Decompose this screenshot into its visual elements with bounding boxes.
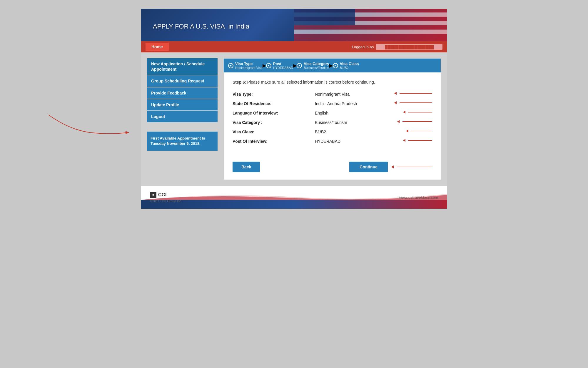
step-text-visa-type: Visa Type Nonimmigrant Visa bbox=[235, 62, 263, 69]
page-wrapper: APPLY FOR A U.S. VISA in India Home Logg… bbox=[141, 9, 447, 209]
home-button[interactable]: Home bbox=[146, 43, 169, 51]
annotation-state bbox=[394, 101, 432, 104]
svg-marker-0 bbox=[126, 131, 129, 134]
sidebar-item-label-update-profile: Update Profile bbox=[151, 102, 179, 107]
sidebar-item-new-application[interactable]: New Application / Schedule Appointment bbox=[147, 58, 218, 75]
form-body: Step 6: Please make sure all selected in… bbox=[224, 72, 441, 156]
field-row-visa-category: Visa Category : Business/Tourism bbox=[233, 120, 432, 125]
logged-in-label: Logged in as bbox=[352, 45, 374, 49]
step-visa-category: Visa Category Business/Tourism bbox=[297, 62, 329, 69]
step-arrow-2: ▶ bbox=[293, 63, 297, 68]
arrow-line-visa-category bbox=[402, 121, 432, 122]
field-value-language: English bbox=[315, 111, 403, 115]
sidebar: New Application / Schedule Appointment G… bbox=[147, 58, 218, 180]
step-arrow-1: ▶ bbox=[263, 63, 266, 68]
step-arrow-3: ▶ bbox=[329, 63, 333, 68]
field-label-visa-type: Visa Type: bbox=[233, 92, 315, 97]
step-number: Step 6 bbox=[233, 80, 245, 84]
arrow-head-visa-category bbox=[397, 120, 400, 123]
cgi-label: CGI bbox=[158, 192, 166, 198]
field-label-visa-class: Visa Class: bbox=[233, 130, 315, 134]
annotation-language bbox=[403, 111, 432, 114]
curved-annotation-arrow bbox=[46, 112, 134, 135]
appointment-box-text: First Available Appointment Is Tuesday N… bbox=[151, 136, 205, 146]
step-title-visa-category: Visa Category bbox=[304, 62, 329, 66]
field-label-post: Post Of Interview: bbox=[233, 139, 315, 144]
site-title-country: in India bbox=[228, 23, 249, 30]
appointment-box: First Available Appointment Is Tuesday N… bbox=[147, 132, 218, 150]
step-title-visa-type: Visa Type bbox=[235, 62, 263, 66]
field-label-visa-category: Visa Category : bbox=[233, 120, 315, 125]
sidebar-item-label-group-scheduling: Group Scheduling Request bbox=[151, 79, 204, 83]
header-banner: APPLY FOR A U.S. VISA in India bbox=[141, 9, 447, 41]
nav-bar: Home Logged in as ██████████████████ bbox=[141, 41, 447, 52]
arrow-head-visa-class bbox=[406, 130, 408, 132]
field-value-post: HYDERABAD bbox=[315, 139, 403, 144]
field-value-visa-type: Nonimmigrant Visa bbox=[315, 92, 394, 97]
sidebar-item-group-scheduling[interactable]: Group Scheduling Request bbox=[147, 75, 218, 87]
sidebar-item-logout[interactable]: Logout bbox=[147, 111, 218, 122]
main-panel: Visa Type Nonimmigrant Visa ▶ Post HYDER… bbox=[223, 58, 441, 180]
step-circle-visa-type bbox=[228, 63, 233, 68]
step-circle-post bbox=[266, 63, 271, 68]
step-text-post: Post HYDERABAD bbox=[273, 62, 293, 69]
arrow-head-post bbox=[403, 139, 405, 142]
field-value-visa-category: Business/Tourism bbox=[315, 120, 397, 125]
field-value-visa-class: B1/B2 bbox=[315, 130, 406, 134]
annotation-visa-type bbox=[394, 92, 432, 95]
step-circle-visa-class bbox=[333, 63, 338, 68]
step-instruction-text: : Please make sure all selected informat… bbox=[245, 80, 375, 84]
step-subtitle-visa-class: B1/B2 bbox=[340, 66, 359, 69]
sidebar-item-label-logout: Logout bbox=[151, 114, 165, 119]
arrow-line-visa-class bbox=[411, 131, 432, 131]
logged-in-value: ██████████████████ bbox=[376, 44, 442, 50]
step-title-visa-class: Visa Class bbox=[340, 62, 359, 66]
field-row-state: State Of Residence: India - Andhra Prade… bbox=[233, 101, 432, 106]
step-visa-class: Visa Class B1/B2 bbox=[333, 62, 359, 69]
field-label-state: State Of Residence: bbox=[233, 101, 315, 106]
arrow-head-continue bbox=[391, 165, 394, 168]
sidebar-item-provide-feedback[interactable]: Provide Feedback bbox=[147, 87, 218, 99]
cgi-logo: ■ CGI bbox=[150, 192, 182, 198]
step-text-visa-class: Visa Class B1/B2 bbox=[340, 62, 359, 69]
step-text-visa-category: Visa Category Business/Tourism bbox=[304, 62, 329, 69]
arrow-line-post bbox=[408, 140, 432, 141]
footer-logo: ■ CGI ©2011 CGI Group Inc. bbox=[150, 192, 182, 203]
main-content: New Application / Schedule Appointment G… bbox=[141, 52, 447, 186]
field-label-language: Language Of Interview: bbox=[233, 111, 315, 115]
back-button[interactable]: Back bbox=[233, 162, 260, 172]
step-title-post: Post bbox=[273, 62, 293, 66]
field-row-visa-class: Visa Class: B1/B2 bbox=[233, 130, 432, 134]
steps-bar: Visa Type Nonimmigrant Visa ▶ Post HYDER… bbox=[224, 59, 441, 72]
logged-in-section: Logged in as ██████████████████ bbox=[352, 44, 442, 50]
field-row-post: Post Of Interview: HYDERABAD bbox=[233, 139, 432, 144]
annotation-visa-category bbox=[397, 120, 432, 123]
annotation-visa-class bbox=[406, 130, 432, 132]
sidebar-item-label-provide-feedback: Provide Feedback bbox=[151, 91, 186, 95]
annotation-continue bbox=[391, 165, 432, 168]
header-title: APPLY FOR A U.S. VISA in India bbox=[153, 19, 249, 31]
form-buttons: Back Continue bbox=[224, 156, 441, 180]
arrow-head-language bbox=[403, 111, 405, 114]
arrow-line-language bbox=[408, 112, 432, 112]
sidebar-item-label-new-application: New Application / Schedule Appointment bbox=[151, 62, 205, 72]
step-subtitle-visa-type: Nonimmigrant Visa bbox=[235, 66, 263, 69]
arrow-head-state bbox=[394, 101, 397, 104]
step-post: Post HYDERABAD bbox=[266, 62, 293, 69]
footer-copyright: ©2011 CGI Group Inc. bbox=[150, 199, 182, 203]
cgi-icon: ■ bbox=[150, 192, 156, 198]
site-title-main: APPLY FOR A U.S. VISA bbox=[153, 23, 225, 30]
arrow-line-state bbox=[400, 102, 432, 103]
arrow-line-visa-type bbox=[400, 93, 432, 94]
step-visa-type: Visa Type Nonimmigrant Visa bbox=[228, 62, 263, 69]
field-row-language: Language Of Interview: English bbox=[233, 111, 432, 115]
continue-button[interactable]: Continue bbox=[349, 162, 388, 172]
footer: ■ CGI ©2011 CGI Group Inc. www.ustraveld… bbox=[141, 186, 447, 209]
arrow-line-continue bbox=[397, 167, 432, 167]
sidebar-item-update-profile[interactable]: Update Profile bbox=[147, 99, 218, 110]
step-instruction: Step 6: Please make sure all selected in… bbox=[233, 80, 432, 84]
annotation-post bbox=[403, 139, 432, 142]
step-circle-visa-category bbox=[297, 63, 302, 68]
step-subtitle-visa-category: Business/Tourism bbox=[304, 66, 329, 69]
footer-website: www.ustraveldocs.com bbox=[399, 195, 438, 200]
